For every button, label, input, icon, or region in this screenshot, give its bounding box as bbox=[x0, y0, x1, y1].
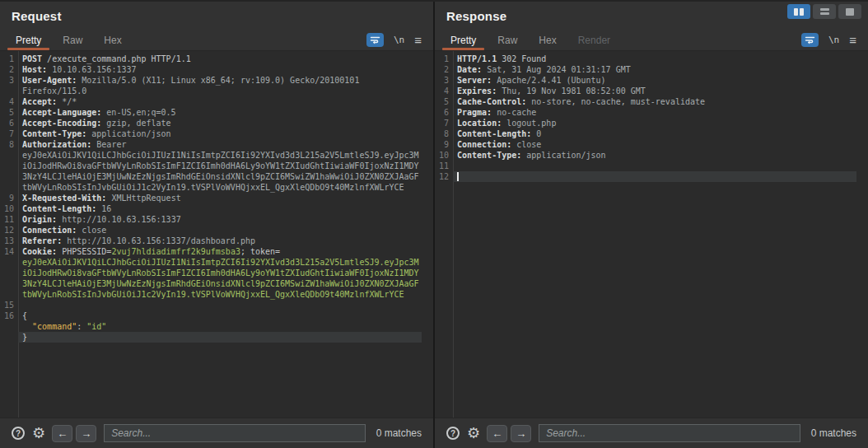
search-input[interactable] bbox=[539, 424, 800, 442]
line-number bbox=[0, 86, 18, 96]
code-text: tbWVyLnRobSIsInJvbGUiOiJ1c2VyIn19.tVSPlV… bbox=[18, 182, 422, 193]
code-text: Server: Apache/2.4.41 (Ubuntu) bbox=[453, 75, 856, 86]
tab-hex[interactable]: Hex bbox=[528, 30, 567, 50]
split-rows-view-button[interactable] bbox=[813, 4, 836, 19]
code-text bbox=[453, 161, 856, 171]
search-prev-button[interactable]: ← bbox=[487, 425, 507, 442]
code-line: 3User-Agent: Mozilla/5.0 (X11; Linux x86… bbox=[0, 75, 422, 86]
search-input[interactable] bbox=[104, 424, 366, 442]
response-panel: Response PrettyRawHexRender bbox=[433, 2, 868, 448]
search-prev-button[interactable]: ← bbox=[52, 425, 72, 442]
newline-toggle[interactable]: \n bbox=[394, 35, 404, 45]
word-wrap-button[interactable] bbox=[366, 33, 384, 47]
code-line: 3NzY4LCJleHAiOjE3MjUwNzEzNjgsImRhdGEiOns… bbox=[0, 278, 422, 289]
code-line: 3Server: Apache/2.4.41 (Ubuntu) bbox=[435, 75, 856, 86]
code-text: 3NzY4LCJleHAiOjE3MjUwNzEzNjgsImRhdGEiOns… bbox=[18, 171, 422, 182]
tab-hex[interactable]: Hex bbox=[93, 30, 132, 50]
code-text: } bbox=[18, 332, 422, 343]
code-text: Accept-Encoding: gzip, deflate bbox=[18, 118, 422, 128]
split-columns-view-button[interactable] bbox=[787, 4, 810, 19]
code-line: iOiJodHRwOi8vaGFtbWVyLnRobSIsImF1ZCI6Imh… bbox=[0, 268, 422, 278]
request-editor[interactable]: 1POST /execute_command.php HTTP/1.12Host… bbox=[0, 51, 433, 418]
code-text: Pragma: no-cache bbox=[453, 107, 856, 118]
line-number: 5 bbox=[0, 107, 18, 118]
line-number bbox=[0, 257, 18, 268]
single-panel-view-button[interactable] bbox=[838, 4, 861, 19]
code-line: 16{ bbox=[0, 310, 422, 321]
code-line: eyJ0eXAiOiJKV1QiLCJhbGciOiJIUzI1NiIsImtp… bbox=[0, 257, 422, 268]
gear-icon[interactable]: ⚙ bbox=[467, 426, 480, 441]
help-icon[interactable]: ? bbox=[12, 427, 25, 440]
code-line: 12Connection: close bbox=[0, 225, 422, 236]
code-line: Firefox/115.0 bbox=[0, 86, 422, 96]
line-number: 4 bbox=[0, 96, 18, 107]
code-line: 10Content-Length: 16 bbox=[0, 203, 422, 214]
code-text: Firefox/115.0 bbox=[18, 86, 422, 96]
code-text: Cookie: PHPSESSID=2vuj7hldiadimfrf2k9ufm… bbox=[18, 246, 422, 257]
line-number: 14 bbox=[0, 246, 18, 257]
code-text: Accept-Language: en-US,en;q=0.5 bbox=[18, 107, 422, 118]
code-text bbox=[18, 300, 422, 310]
tab-pretty[interactable]: Pretty bbox=[5, 30, 52, 50]
newline-toggle[interactable]: \n bbox=[828, 35, 839, 45]
line-number: 3 bbox=[435, 75, 453, 86]
line-number: 3 bbox=[0, 75, 18, 86]
editor-menu-icon[interactable]: ≡ bbox=[849, 34, 856, 46]
code-line: 9X-Requested-With: XMLHttpRequest bbox=[0, 193, 422, 203]
code-text: tbWVyLnRobSIsInJvbGUiOiJ1c2VyIn19.tVSPlV… bbox=[18, 289, 422, 300]
search-next-button[interactable]: → bbox=[511, 425, 531, 442]
request-search-bar: ? ⚙ ← → 0 matches bbox=[0, 418, 433, 448]
tab-raw[interactable]: Raw bbox=[52, 30, 93, 50]
code-text: Origin: http://10.10.63.156:1337 bbox=[18, 214, 422, 225]
line-number bbox=[0, 161, 18, 171]
line-number bbox=[0, 332, 18, 343]
code-text: X-Requested-With: XMLHttpRequest bbox=[18, 193, 422, 203]
line-number: 6 bbox=[435, 107, 453, 118]
line-number: 6 bbox=[0, 118, 18, 128]
response-header: Response bbox=[435, 2, 868, 30]
code-line: 5Accept-Language: en-US,en;q=0.5 bbox=[0, 107, 422, 118]
code-text: iOiJodHRwOi8vaGFtbWVyLnRobSIsImF1ZCI6Imh… bbox=[18, 268, 422, 278]
code-line: 10Content-Type: application/json bbox=[435, 150, 856, 161]
code-line: 14Cookie: PHPSESSID=2vuj7hldiadimfrf2k9u… bbox=[0, 246, 422, 257]
code-line: 4Accept: */* bbox=[0, 96, 422, 107]
response-search-bar: ? ⚙ ← → 0 matches bbox=[435, 418, 868, 448]
line-number: 8 bbox=[0, 139, 18, 150]
code-line: 11Origin: http://10.10.63.156:1337 bbox=[0, 214, 422, 225]
code-line: 1HTTP/1.1 302 Found bbox=[435, 54, 856, 64]
response-title: Response bbox=[446, 9, 506, 23]
code-text: iOiJodHRwOi8vaGFtbWVyLnRobSIsImF1ZCI6Imh… bbox=[18, 161, 422, 171]
line-number: 9 bbox=[0, 193, 18, 203]
line-number bbox=[0, 278, 18, 289]
search-next-button[interactable]: → bbox=[76, 425, 96, 442]
code-line: 11 bbox=[435, 161, 856, 171]
request-header: Request bbox=[0, 2, 433, 30]
word-wrap-icon bbox=[370, 35, 380, 44]
code-line: "command": "id" bbox=[0, 321, 422, 332]
gear-icon[interactable]: ⚙ bbox=[32, 426, 45, 441]
code-text: Content-Length: 16 bbox=[18, 203, 422, 214]
code-text: Connection: close bbox=[453, 139, 856, 150]
code-text: eyJ0eXAiOiJKV1QiLCJhbGciOiJIUzI1NiIsImtp… bbox=[18, 150, 422, 161]
tab-raw[interactable]: Raw bbox=[487, 30, 528, 50]
line-number: 1 bbox=[0, 54, 18, 64]
code-text: POST /execute_command.php HTTP/1.1 bbox=[18, 54, 422, 64]
word-wrap-button[interactable] bbox=[801, 33, 819, 47]
line-number: 10 bbox=[0, 203, 18, 214]
code-text: Content-Type: application/json bbox=[453, 150, 856, 161]
code-line: eyJ0eXAiOiJKV1QiLCJhbGciOiJIUzI1NiIsImtp… bbox=[0, 150, 422, 161]
tab-pretty[interactable]: Pretty bbox=[440, 30, 487, 50]
match-count: 0 matches bbox=[811, 427, 856, 439]
code-line: 9Connection: close bbox=[435, 139, 856, 150]
line-number bbox=[0, 182, 18, 193]
help-icon[interactable]: ? bbox=[446, 427, 460, 440]
editor-menu-icon[interactable]: ≡ bbox=[414, 34, 422, 46]
code-line: 5Cache-Control: no-store, no-cache, must… bbox=[435, 96, 856, 107]
response-editor-tools: \n ≡ bbox=[801, 30, 861, 50]
response-editor[interactable]: 1HTTP/1.1 302 Found2Date: Sat, 31 Aug 20… bbox=[435, 51, 868, 418]
line-number: 2 bbox=[0, 64, 18, 75]
code-line: 7Location: logout.php bbox=[435, 118, 856, 128]
code-text: User-Agent: Mozilla/5.0 (X11; Linux x86_… bbox=[18, 75, 422, 86]
line-number bbox=[0, 150, 18, 161]
code-line: 1POST /execute_command.php HTTP/1.1 bbox=[0, 54, 422, 64]
